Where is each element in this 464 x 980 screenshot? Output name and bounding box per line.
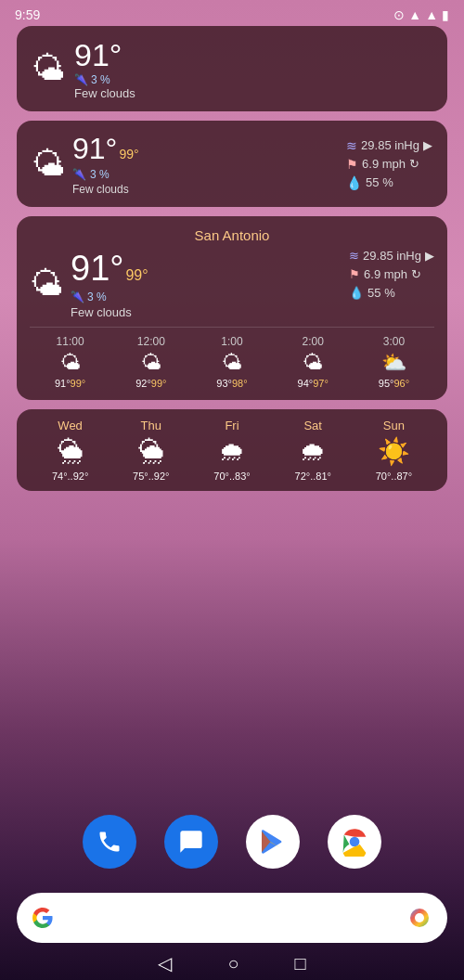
nav-bar: ◁ ○ □ <box>0 947 464 980</box>
battery-icon: ▮ <box>442 7 449 22</box>
condition-medium: Few clouds <box>72 183 139 196</box>
hourly-row: 11:00 🌤 91°99° 12:00 🌤 92°99° 1:00 🌤 93°… <box>30 327 434 389</box>
play-store-app-icon[interactable] <box>246 815 300 869</box>
wind-icon: ⚑ <box>346 157 358 172</box>
google-logo <box>32 907 54 929</box>
back-button[interactable]: ◁ <box>158 952 172 974</box>
condition-small: Few clouds <box>74 86 135 100</box>
wind-row: ⚑ 6.9 mph ↻ <box>346 157 432 172</box>
rain-large: 🌂 3 % <box>71 290 148 303</box>
weather-widget-weekly[interactable]: Wed 🌦 74°..92° Thu 🌦 75°..92° Fri 🌧 70°.… <box>17 409 447 491</box>
hour-item: 11:00 🌤 91°99° <box>30 335 110 389</box>
search-bar[interactable] <box>17 893 447 943</box>
weekly-row: Wed 🌦 74°..92° Thu 🌦 75°..92° Fri 🌧 70°.… <box>30 419 434 482</box>
chrome-app-icon[interactable] <box>328 815 381 869</box>
day-item: Fri 🌧 70°..83° <box>191 419 272 482</box>
rain-small: 🌂 3 % <box>74 73 135 86</box>
day-item: Wed 🌦 74°..92° <box>30 419 110 482</box>
day-item: Thu 🌦 75°..92° <box>110 419 191 482</box>
recents-button[interactable]: □ <box>295 953 306 974</box>
rain-medium: 🌂 3 % <box>72 168 139 181</box>
location-label: San Antonio <box>30 227 434 243</box>
dock-area <box>0 806 464 878</box>
wifi-icon: ▲ <box>408 7 421 22</box>
hi-temp-medium: 99° <box>119 147 138 161</box>
signal-icon: ▲ <box>425 7 438 22</box>
pressure-icon: ≋ <box>346 138 357 153</box>
condition-large: Few clouds <box>71 305 148 319</box>
hour-item: 1:00 🌤 93°98° <box>191 335 272 389</box>
humidity-large: 💧 55 % <box>349 286 434 300</box>
messages-app-icon[interactable] <box>164 815 218 869</box>
pressure-row: ≋ 29.85 inHg ▶ <box>346 138 432 153</box>
widget-medium-right: ≋ 29.85 inHg ▶ ⚑ 6.9 mph ↻ 💧 55 % <box>346 138 432 190</box>
current-temps: 91° 99° 🌂 3 % Few clouds <box>71 249 148 319</box>
current-left: 🌤 91° 99° 🌂 3 % Few clouds <box>30 249 148 319</box>
pressure-large: ≋ 29.85 inHg ▶ <box>349 249 434 263</box>
weather-widget-medium[interactable]: 🌤 91° 99° 🌂 3 % Few clouds ≋ 29.85 inHg … <box>17 121 447 207</box>
hour-item: 2:00 🌤 94°97° <box>273 335 354 389</box>
svg-point-2 <box>415 913 424 922</box>
weather-widget-small[interactable]: 🌤 91° 🌂 3 % Few clouds <box>17 26 447 111</box>
day-item: Sat 🌧 72°..81° <box>273 419 354 482</box>
humidity-icon: 💧 <box>346 175 362 190</box>
alarm-icon: ⊙ <box>393 7 405 22</box>
svg-point-0 <box>350 837 360 847</box>
weather-widget-large[interactable]: San Antonio 🌤 91° 99° 🌂 3 % Few clouds ≋… <box>17 216 447 400</box>
humidity-icon-large: 💧 <box>349 286 364 300</box>
temp-area-small: 91° 🌂 3 % Few clouds <box>74 37 135 100</box>
current-row: 🌤 91° 99° 🌂 3 % Few clouds ≋ 29.85 inHg … <box>30 249 434 319</box>
day-item: Sun ☀️ 70°..87° <box>354 419 434 482</box>
hi-temp-large: 99° <box>125 267 148 284</box>
wind-large: ⚑ 6.9 mph ↻ <box>349 267 434 281</box>
current-right: ≋ 29.85 inHg ▶ ⚑ 6.9 mph ↻ 💧 55 % <box>349 249 434 300</box>
hour-item: 12:00 🌤 92°99° <box>110 335 191 389</box>
humidity-row: 💧 55 % <box>346 175 432 190</box>
weather-icon-small: 🌤 <box>32 49 65 88</box>
time: 9:59 <box>15 7 40 22</box>
weather-icon-medium: 🌤 <box>32 145 65 184</box>
phone-app-icon[interactable] <box>83 815 136 869</box>
weather-icon-area: 🌤 <box>32 49 65 88</box>
status-bar: 9:59 ⊙ ▲ ▲ ▮ <box>0 0 464 26</box>
status-icons: ⊙ ▲ ▲ ▮ <box>393 7 449 22</box>
home-button[interactable]: ○ <box>227 953 238 974</box>
pressure-icon-large: ≋ <box>349 249 359 263</box>
hour-item: 3:00 ⛅ 95°96° <box>354 335 434 389</box>
google-lens-icon[interactable] <box>406 905 432 931</box>
wind-icon-large: ⚑ <box>349 267 360 281</box>
widget-medium-left: 91° 99° 🌂 3 % Few clouds <box>72 132 139 196</box>
main-temp-medium: 91° <box>72 132 117 166</box>
main-temp-small: 91° <box>74 37 135 73</box>
weather-icon-large: 🌤 <box>30 264 63 303</box>
main-temp-large: 91° <box>71 249 123 289</box>
